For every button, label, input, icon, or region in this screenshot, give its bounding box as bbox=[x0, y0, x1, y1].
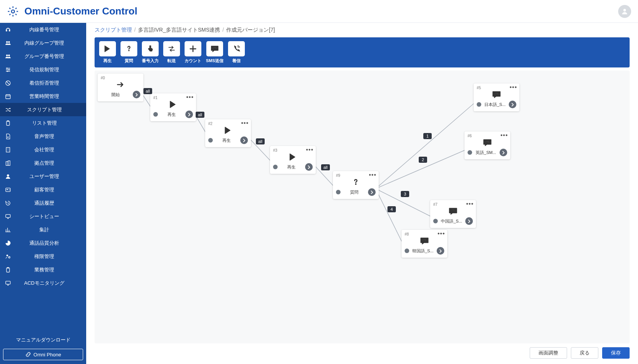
node-more-icon[interactable]: ••• bbox=[466, 202, 474, 205]
tool-label: カウント bbox=[185, 58, 201, 64]
sidebar-item[interactable]: 集計 bbox=[0, 223, 86, 236]
sidebar-item-label: リスト管理 bbox=[16, 120, 82, 127]
flow-node[interactable]: #3 ••• 再生 bbox=[270, 146, 316, 174]
node-out-port[interactable] bbox=[465, 217, 473, 225]
sms-icon bbox=[477, 90, 516, 99]
breadcrumb-separator: / bbox=[222, 27, 224, 34]
tool-plus[interactable]: カウント bbox=[185, 41, 201, 64]
sidebar-item-label: ユーザー管理 bbox=[16, 173, 82, 180]
sidebar-item[interactable]: 音声管理 bbox=[0, 130, 86, 143]
sidebar-item[interactable]: 内線グループ管理 bbox=[0, 36, 86, 50]
sidebar-item[interactable]: リスト管理 bbox=[0, 116, 86, 130]
sidebar-item[interactable]: 通話履歴 bbox=[0, 196, 86, 210]
flow-node[interactable]: #0 開始 bbox=[98, 74, 143, 101]
calendar-icon bbox=[5, 93, 11, 99]
node-in-port[interactable] bbox=[208, 138, 213, 143]
tool-play[interactable]: 再生 bbox=[99, 41, 116, 64]
user-avatar[interactable] bbox=[618, 5, 631, 18]
node-out-port[interactable] bbox=[368, 188, 376, 196]
sidebar-item[interactable]: ACDモニタリング bbox=[0, 276, 86, 290]
back-button[interactable]: 戻る bbox=[571, 347, 598, 359]
sidebar-item[interactable]: 拠点管理 bbox=[0, 156, 86, 170]
sidebar-item[interactable]: グループ番号管理 bbox=[0, 50, 86, 63]
omni-phone-button[interactable]: Omni Phone bbox=[3, 349, 83, 360]
node-out-port[interactable] bbox=[509, 101, 516, 108]
node-more-icon[interactable]: ••• bbox=[509, 86, 517, 89]
tool-sms[interactable]: SMS送信 bbox=[206, 41, 223, 64]
node-out-port[interactable] bbox=[185, 111, 193, 118]
plus-icon bbox=[185, 41, 201, 56]
node-in-port[interactable] bbox=[468, 150, 472, 155]
node-more-icon[interactable]: ••• bbox=[500, 134, 508, 137]
node-in-port[interactable] bbox=[477, 102, 481, 107]
flow-node[interactable]: #6 ••• 英語_SM... bbox=[464, 131, 510, 159]
sidebar-item-label: 音声管理 bbox=[16, 133, 82, 140]
edge-label: all bbox=[256, 138, 265, 144]
node-in-port[interactable] bbox=[153, 112, 158, 117]
flow-node[interactable]: #8 ••• 韓国語_S... bbox=[402, 230, 447, 258]
flow-node[interactable]: #7 ••• 中国語_S... bbox=[430, 200, 476, 228]
play-icon bbox=[153, 100, 193, 109]
sidebar-item-label: シートビュー bbox=[16, 213, 82, 220]
flow-node[interactable]: #2 ••• 再生 bbox=[205, 119, 251, 147]
history-icon bbox=[5, 200, 11, 206]
sliders-icon bbox=[5, 67, 11, 73]
sidebar-item[interactable]: シートビュー bbox=[0, 210, 86, 223]
node-more-icon[interactable]: ••• bbox=[186, 96, 194, 99]
sidebar-item-label: 業務管理 bbox=[16, 266, 82, 273]
sidebar-item[interactable]: 着信拒否管理 bbox=[0, 76, 86, 90]
node-more-icon[interactable]: ••• bbox=[241, 122, 249, 125]
id-card-icon bbox=[5, 187, 11, 193]
node-out-port[interactable] bbox=[305, 163, 313, 171]
node-in-port[interactable] bbox=[273, 165, 278, 169]
sidebar-item[interactable]: 通話品質分析 bbox=[0, 236, 86, 250]
sidebar-item-label: 発信規制管理 bbox=[16, 66, 82, 73]
adjust-button[interactable]: 画面調整 bbox=[530, 347, 567, 359]
sidebar-item[interactable]: 顧客管理 bbox=[0, 183, 86, 196]
sidebar-item[interactable]: 会社管理 bbox=[0, 143, 86, 156]
sidebar-item[interactable]: 発信規制管理 bbox=[0, 63, 86, 76]
tool-label: SMS送信 bbox=[206, 58, 223, 64]
sidebar-item[interactable]: 権限管理 bbox=[0, 250, 86, 263]
sidebar-manual-download[interactable]: マニュアルダウンロード bbox=[0, 333, 86, 346]
tool-transfer[interactable]: 転送 bbox=[163, 41, 180, 64]
tool-touch[interactable]: 番号入力 bbox=[142, 41, 159, 64]
sidebar-item[interactable]: スクリプト管理 bbox=[0, 103, 86, 116]
flow-node[interactable]: #5 ••• 日本語_S... bbox=[474, 83, 519, 111]
sidebar-item[interactable]: 営業時間管理 bbox=[0, 90, 86, 103]
node-in-port[interactable] bbox=[433, 219, 438, 223]
breadcrumb-version: 作成元バージョン[7] bbox=[226, 27, 275, 34]
users-cog-icon bbox=[5, 253, 11, 260]
question-icon bbox=[121, 41, 137, 56]
tool-call[interactable]: 着信 bbox=[228, 41, 245, 64]
save-button[interactable]: 保存 bbox=[602, 347, 630, 359]
breadcrumb-link-script-mgmt[interactable]: スクリプト管理 bbox=[95, 27, 132, 34]
users-icon bbox=[5, 53, 11, 59]
arrow-icon bbox=[101, 80, 140, 89]
sidebar-item[interactable]: ユーザー管理 bbox=[0, 170, 86, 183]
flow-canvas[interactable]: #0 開始 #1 ••• 再生 #2 ••• 再生 #3 ••• 再生 bbox=[95, 71, 630, 343]
edge-label: 2 bbox=[419, 157, 427, 163]
tool-question[interactable]: 質問 bbox=[121, 41, 137, 64]
shuffle-icon bbox=[5, 107, 11, 113]
play-icon bbox=[273, 152, 313, 162]
clipboard-icon bbox=[5, 267, 11, 273]
node-out-port[interactable] bbox=[133, 91, 140, 98]
node-in-port[interactable] bbox=[336, 190, 341, 194]
flow-node[interactable]: #1 ••• 再生 bbox=[150, 93, 196, 121]
sidebar-item[interactable]: 内線番号管理 bbox=[0, 23, 86, 36]
node-more-icon[interactable]: ••• bbox=[437, 232, 445, 235]
headset-icon bbox=[5, 27, 11, 33]
node-out-port[interactable] bbox=[240, 136, 248, 144]
node-more-icon[interactable]: ••• bbox=[306, 148, 313, 151]
edge-label: 3 bbox=[401, 191, 409, 197]
node-out-port[interactable] bbox=[500, 149, 507, 156]
node-more-icon[interactable]: ••• bbox=[369, 173, 376, 176]
sms-icon bbox=[468, 138, 507, 147]
node-out-port[interactable] bbox=[437, 247, 444, 255]
node-in-port[interactable] bbox=[405, 249, 409, 253]
svg-line-25 bbox=[376, 101, 477, 189]
sidebar-item-label: 拠点管理 bbox=[16, 160, 82, 167]
sidebar-item[interactable]: 業務管理 bbox=[0, 263, 86, 276]
flow-node[interactable]: #9 ••• 質問 bbox=[333, 171, 379, 199]
